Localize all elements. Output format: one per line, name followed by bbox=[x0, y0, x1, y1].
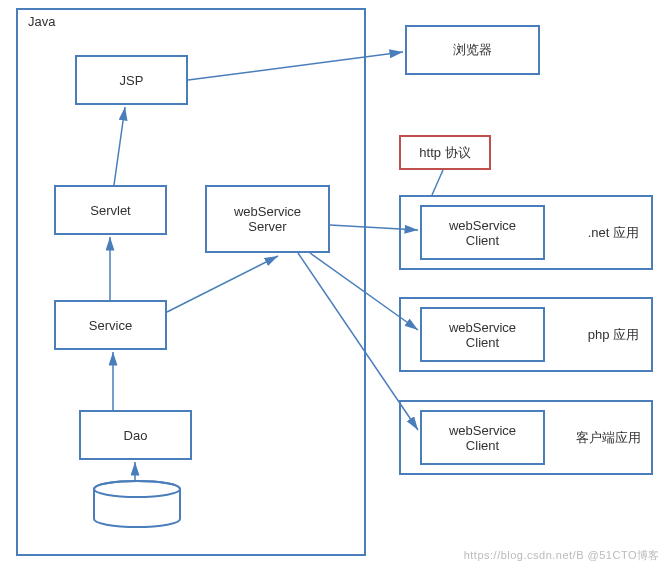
database-cylinder bbox=[92, 480, 182, 528]
node-http-protocol: http 协议 bbox=[399, 135, 491, 170]
node-ws-client-mobile: webService Client bbox=[420, 410, 545, 465]
node-ws-client-net: webService Client bbox=[420, 205, 545, 260]
node-php-app-label: php 应用 bbox=[588, 326, 639, 344]
node-ws-server: webService Server bbox=[205, 185, 330, 253]
node-jsp: JSP bbox=[75, 55, 188, 105]
node-ws-client-mobile-label: webService Client bbox=[449, 423, 516, 453]
node-http-protocol-label: http 协议 bbox=[419, 144, 470, 162]
node-browser: 浏览器 bbox=[405, 25, 540, 75]
node-servlet-label: Servlet bbox=[90, 203, 130, 218]
node-service: Service bbox=[54, 300, 167, 350]
node-ws-client-php-label: webService Client bbox=[449, 320, 516, 350]
node-ws-server-label: webService Server bbox=[234, 204, 301, 234]
java-container bbox=[16, 8, 366, 556]
node-dao: Dao bbox=[79, 410, 192, 460]
node-browser-label: 浏览器 bbox=[453, 41, 492, 59]
node-mobile-app-label: 客户端应用 bbox=[576, 429, 641, 447]
node-dao-label: Dao bbox=[124, 428, 148, 443]
node-jsp-label: JSP bbox=[120, 73, 144, 88]
node-ws-client-net-label: webService Client bbox=[449, 218, 516, 248]
node-net-app-label: .net 应用 bbox=[588, 224, 639, 242]
svg-line-11 bbox=[432, 170, 443, 195]
node-ws-client-php: webService Client bbox=[420, 307, 545, 362]
watermark: https://blog.csdn.net/B @51CTO博客 bbox=[464, 548, 660, 563]
java-container-label: Java bbox=[28, 14, 55, 29]
node-servlet: Servlet bbox=[54, 185, 167, 235]
node-service-label: Service bbox=[89, 318, 132, 333]
